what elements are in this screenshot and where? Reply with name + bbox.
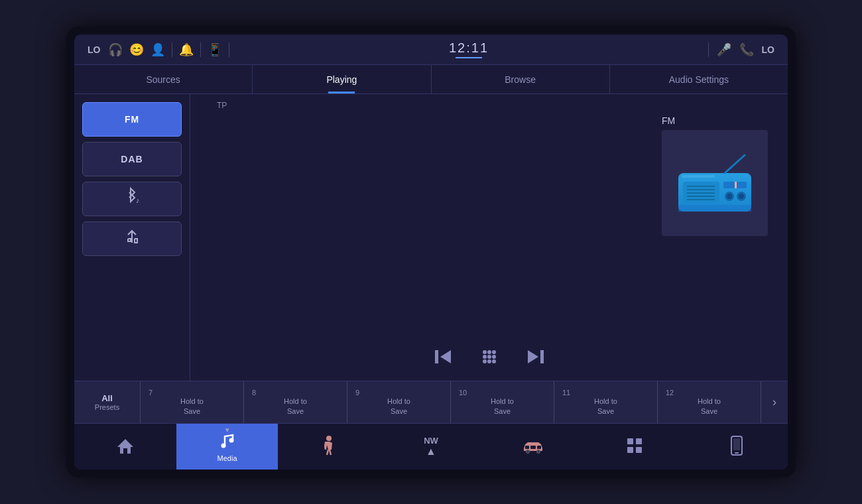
apps-grid-icon xyxy=(626,437,643,457)
svg-point-14 xyxy=(727,194,732,199)
svg-rect-11 xyxy=(735,182,737,188)
presets-label: Presets xyxy=(95,403,119,411)
media-label: Media xyxy=(217,454,237,462)
preset-8[interactable]: 8 Hold toSave xyxy=(244,381,347,423)
status-lo-right: LO xyxy=(762,44,774,55)
compass-arrow-icon: ▲ xyxy=(426,446,436,458)
status-bar: LO 🎧 😊 👤 🔔 📱 12:11 🎤 📞 xyxy=(74,34,788,65)
divider-1 xyxy=(172,42,172,57)
status-right: 🎤 📞 LO xyxy=(708,42,774,57)
comfort-icon xyxy=(320,435,338,459)
preset-12[interactable]: 12 Hold toSave xyxy=(658,381,761,423)
source-dab-button[interactable]: DAB xyxy=(82,142,182,176)
svg-point-25 xyxy=(492,355,496,359)
bottom-nav: ▼ Media xyxy=(74,423,788,470)
music-note-icon xyxy=(218,431,237,452)
prev-button[interactable] xyxy=(432,346,454,367)
car-icon xyxy=(521,438,545,456)
tab-browse[interactable]: Browse xyxy=(432,65,610,94)
smiley-icon: 😊 xyxy=(129,42,144,57)
divider-3 xyxy=(229,42,229,57)
nav-comfort-button[interactable] xyxy=(278,424,380,470)
home-icon xyxy=(116,436,135,458)
preset-10[interactable]: 10 Hold toSave xyxy=(451,381,554,423)
svg-rect-45 xyxy=(636,447,642,453)
svg-point-40 xyxy=(526,450,528,452)
svg-point-22 xyxy=(492,350,496,354)
presets-bar: All Presets 7 Hold toSave 8 Hold toSave … xyxy=(74,381,788,423)
svg-point-21 xyxy=(487,350,491,354)
status-icons: 🎧 😊 👤 🔔 📱 xyxy=(108,42,229,57)
svg-rect-19 xyxy=(435,350,438,363)
status-lo-left: LO xyxy=(88,44,100,55)
headphone-icon: 🎧 xyxy=(108,42,123,57)
svg-point-23 xyxy=(483,355,487,359)
time-underline xyxy=(456,57,482,58)
svg-rect-36 xyxy=(530,446,536,449)
divider-2 xyxy=(200,42,201,57)
nav-phone-button[interactable] xyxy=(686,424,788,470)
preset-7[interactable]: 7 Hold toSave xyxy=(141,381,244,423)
grid-button[interactable] xyxy=(480,347,499,366)
all-presets-button[interactable]: All Presets xyxy=(74,381,141,423)
nav-media-button[interactable]: ▼ Media xyxy=(176,424,278,470)
all-label: All xyxy=(101,393,113,403)
usb-icon xyxy=(121,228,143,250)
source-bluetooth-button[interactable]: ♪ xyxy=(82,182,182,216)
tab-sources[interactable]: Sources xyxy=(74,65,253,94)
preset-9[interactable]: 9 Hold toSave xyxy=(347,381,451,423)
svg-rect-42 xyxy=(627,438,633,444)
svg-point-33 xyxy=(229,438,233,443)
nav-car-button[interactable] xyxy=(482,424,584,470)
svg-rect-30 xyxy=(540,350,544,363)
next-button[interactable] xyxy=(525,346,546,367)
svg-rect-43 xyxy=(636,438,642,444)
svg-point-28 xyxy=(492,359,496,363)
svg-point-34 xyxy=(326,436,332,441)
phone-call-icon[interactable]: 📞 xyxy=(739,42,754,57)
status-center: 12:11 xyxy=(449,40,489,58)
tab-audio-settings[interactable]: Audio Settings xyxy=(610,65,788,94)
nav-navigation-button[interactable]: NW ▲ xyxy=(380,424,482,470)
divider-4 xyxy=(708,42,709,57)
screen: LO 🎧 😊 👤 🔔 📱 12:11 🎤 📞 xyxy=(74,34,788,470)
media-indicator-arrow: ▼ xyxy=(224,426,231,434)
svg-point-27 xyxy=(487,359,491,363)
bluetooth-music-icon: ♪ xyxy=(121,187,143,212)
svg-rect-17 xyxy=(682,175,715,178)
playing-area: TP FM xyxy=(190,94,788,381)
bell-icon: 🔔 xyxy=(179,42,194,57)
nav-tabs: Sources Playing Browse Audio Settings xyxy=(74,65,788,94)
clock-display: 12:11 xyxy=(449,40,489,56)
album-art xyxy=(662,130,768,236)
main-content: FM DAB ♪ xyxy=(74,94,788,381)
svg-rect-47 xyxy=(735,452,739,454)
compass-direction: NW xyxy=(424,436,438,446)
playback-controls xyxy=(432,346,546,374)
source-fm-button[interactable]: FM xyxy=(82,102,182,137)
svg-point-32 xyxy=(221,444,225,448)
nav-apps-button[interactable] xyxy=(584,424,686,470)
svg-rect-35 xyxy=(525,446,529,449)
svg-line-3 xyxy=(725,155,745,173)
svg-text:♪: ♪ xyxy=(136,196,140,204)
phone-icon: 📱 xyxy=(208,42,222,57)
tp-label: TP xyxy=(217,101,227,110)
sources-panel: FM DAB ♪ xyxy=(74,94,190,381)
source-usb-button[interactable] xyxy=(82,221,182,256)
svg-point-20 xyxy=(483,350,487,354)
svg-point-15 xyxy=(739,194,744,199)
presets-next-button[interactable]: › xyxy=(761,381,788,423)
svg-rect-44 xyxy=(627,447,633,453)
mic-icon[interactable]: 🎤 xyxy=(717,42,731,57)
nav-home-button[interactable] xyxy=(74,424,176,470)
svg-point-24 xyxy=(487,355,491,359)
smartphone-icon xyxy=(730,436,743,458)
compass-display: NW ▲ xyxy=(424,436,438,458)
svg-rect-48 xyxy=(733,438,740,450)
svg-point-26 xyxy=(483,359,487,363)
tab-playing[interactable]: Playing xyxy=(253,65,431,94)
svg-marker-29 xyxy=(528,350,538,363)
svg-marker-31 xyxy=(117,439,133,454)
preset-11[interactable]: 11 Hold toSave xyxy=(554,381,658,423)
